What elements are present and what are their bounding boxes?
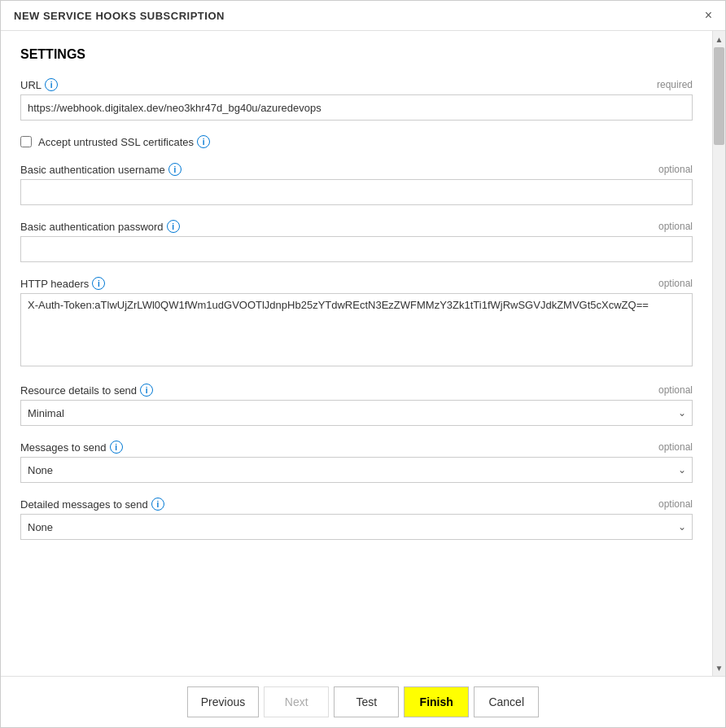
password-label-text: Basic authentication password bbox=[20, 221, 164, 233]
username-optional-text: optional bbox=[658, 164, 693, 175]
url-input[interactable] bbox=[20, 94, 693, 121]
detailed-messages-select-wrapper: None All ⌄ bbox=[20, 514, 693, 540]
detailed-messages-select[interactable]: None All bbox=[20, 514, 693, 540]
dialog-footer: Previous Next Test Finish Cancel bbox=[1, 676, 725, 727]
http-headers-input[interactable]: X-Auth-Token:aTlwUjZrLWl0QW1fWm1udGVOOTl… bbox=[20, 293, 693, 366]
username-info-icon[interactable]: i bbox=[168, 163, 182, 176]
ssl-info-icon[interactable]: i bbox=[197, 135, 210, 148]
resource-details-optional-text: optional bbox=[658, 384, 693, 396]
ssl-label-text: Accept untrusted SSL certificates bbox=[38, 136, 194, 148]
password-optional-text: optional bbox=[658, 221, 693, 232]
username-label: Basic authentication username i bbox=[20, 163, 182, 176]
dialog-header: NEW SERVICE HOOKS SUBSCRIPTION × bbox=[1, 1, 725, 31]
content-area: SETTINGS URL i required Accept untrusted… bbox=[1, 31, 712, 676]
next-button: Next bbox=[264, 686, 329, 717]
url-required-text: required bbox=[657, 79, 693, 90]
previous-button[interactable]: Previous bbox=[187, 686, 259, 717]
url-field-group: URL i required bbox=[20, 78, 693, 121]
ssl-checkbox-row: Accept untrusted SSL certificates i bbox=[20, 135, 693, 148]
scroll-up-arrow[interactable]: ▲ bbox=[713, 31, 725, 47]
detailed-messages-label: Detailed messages to send i bbox=[20, 498, 164, 511]
messages-info-icon[interactable]: i bbox=[110, 441, 123, 454]
username-label-row: Basic authentication username i optional bbox=[20, 163, 693, 176]
finish-button[interactable]: Finish bbox=[404, 686, 469, 717]
messages-label: Messages to send i bbox=[20, 441, 123, 454]
messages-field-group: Messages to send i optional None All ⌄ bbox=[20, 441, 693, 483]
dialog: NEW SERVICE HOOKS SUBSCRIPTION × SETTING… bbox=[0, 0, 726, 728]
resource-details-label-row: Resource details to send i optional bbox=[20, 384, 693, 397]
resource-details-label: Resource details to send i bbox=[20, 384, 153, 397]
scroll-thumb[interactable] bbox=[714, 47, 724, 145]
scroll-track[interactable] bbox=[713, 47, 725, 660]
messages-select-wrapper: None All ⌄ bbox=[20, 457, 693, 483]
resource-details-info-icon[interactable]: i bbox=[140, 384, 153, 397]
password-field-group: Basic authentication password i optional bbox=[20, 220, 693, 262]
password-input[interactable] bbox=[20, 236, 693, 262]
scrollbar: ▲ ▼ bbox=[712, 31, 725, 676]
close-button[interactable]: × bbox=[705, 9, 712, 22]
messages-optional-text: optional bbox=[658, 441, 693, 453]
password-info-icon[interactable]: i bbox=[167, 220, 180, 233]
resource-details-label-text: Resource details to send bbox=[20, 384, 137, 397]
http-headers-field-group: HTTP headers i optional X-Auth-Token:aTl… bbox=[20, 277, 693, 369]
http-headers-label-row: HTTP headers i optional bbox=[20, 277, 693, 290]
username-field-group: Basic authentication username i optional bbox=[20, 163, 693, 205]
password-label: Basic authentication password i bbox=[20, 220, 180, 233]
password-label-row: Basic authentication password i optional bbox=[20, 220, 693, 233]
dialog-body: SETTINGS URL i required Accept untrusted… bbox=[1, 31, 725, 676]
detailed-messages-label-row: Detailed messages to send i optional bbox=[20, 498, 693, 511]
url-label: URL i bbox=[20, 78, 58, 91]
url-label-text: URL bbox=[20, 79, 42, 91]
http-headers-info-icon[interactable]: i bbox=[92, 277, 105, 290]
messages-label-text: Messages to send bbox=[20, 441, 107, 454]
ssl-label: Accept untrusted SSL certificates i bbox=[38, 135, 210, 148]
http-headers-label: HTTP headers i bbox=[20, 277, 105, 290]
resource-details-select[interactable]: Minimal None All bbox=[20, 400, 693, 426]
scroll-down-arrow[interactable]: ▼ bbox=[713, 660, 725, 676]
dialog-title: NEW SERVICE HOOKS SUBSCRIPTION bbox=[14, 10, 225, 22]
messages-label-row: Messages to send i optional bbox=[20, 441, 693, 454]
detailed-messages-info-icon[interactable]: i bbox=[151, 498, 164, 511]
ssl-checkbox[interactable] bbox=[20, 136, 32, 147]
resource-details-field-group: Resource details to send i optional Mini… bbox=[20, 384, 693, 426]
url-info-icon[interactable]: i bbox=[45, 78, 58, 91]
section-title: SETTINGS bbox=[20, 47, 693, 62]
url-label-row: URL i required bbox=[20, 78, 693, 91]
username-input[interactable] bbox=[20, 179, 693, 205]
resource-details-select-wrapper: Minimal None All ⌄ bbox=[20, 400, 693, 426]
cancel-button[interactable]: Cancel bbox=[474, 686, 539, 717]
http-headers-optional-text: optional bbox=[658, 278, 693, 289]
test-button[interactable]: Test bbox=[334, 686, 399, 717]
detailed-messages-optional-text: optional bbox=[658, 498, 693, 510]
messages-select[interactable]: None All bbox=[20, 457, 693, 483]
detailed-messages-label-text: Detailed messages to send bbox=[20, 498, 148, 511]
http-headers-label-text: HTTP headers bbox=[20, 278, 89, 290]
detailed-messages-field-group: Detailed messages to send i optional Non… bbox=[20, 498, 693, 540]
username-label-text: Basic authentication username bbox=[20, 164, 165, 176]
